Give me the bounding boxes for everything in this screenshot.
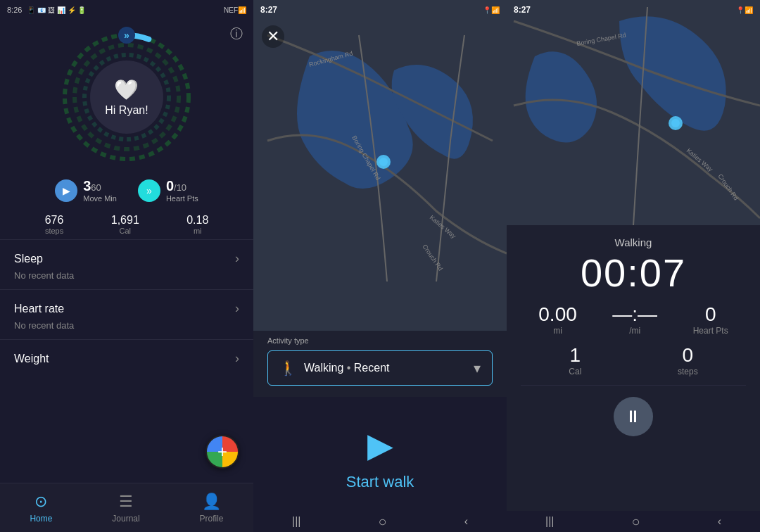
- time-2: 8:27: [260, 5, 277, 15]
- nav-home[interactable]: ⊙ Home: [30, 493, 52, 524]
- close-button[interactable]: ✕: [262, 25, 284, 48]
- back-btn-3[interactable]: |||: [545, 515, 554, 528]
- map-area-3: Boring Chapel Rd Katies Way Crouch Rd: [507, 0, 760, 225]
- status-bar-1: 8:26 📱 📧 🖼 📊 ⚡ 🔋 NEF📶: [0, 0, 253, 20]
- fab-button[interactable]: +: [205, 435, 239, 469]
- back-btn-2[interactable]: |||: [292, 515, 300, 528]
- home-btn-2[interactable]: ○: [379, 514, 387, 530]
- screen2-map: 8:27 📍📶 Rockingham Rd Boring Chapel Rd K…: [253, 0, 507, 532]
- cal-label-metric: Cal: [569, 367, 581, 376]
- steps-value: 676: [45, 214, 64, 227]
- nav-journal[interactable]: ☰ Journal: [112, 493, 139, 524]
- nav-profile[interactable]: 👤 Profile: [200, 493, 224, 524]
- nav-bar-2: ||| ○ ‹: [253, 511, 507, 532]
- steps-value-metric: 0: [683, 344, 694, 367]
- heart-pts-values: 0/10 Heart Pts: [166, 178, 198, 203]
- fab-plus-icon: +: [217, 442, 227, 462]
- time-3: 8:27: [514, 5, 531, 15]
- status-right-1: NEF📶: [224, 6, 246, 14]
- heart-rate-subtitle: No recent data: [0, 319, 253, 339]
- heart-pts-icon: »: [138, 179, 160, 202]
- dropdown-arrow-icon: ▾: [474, 360, 481, 376]
- activity-type-label: Activity type: [267, 336, 309, 345]
- cal-value: 1,691: [111, 214, 139, 227]
- workout-metrics-row2: 1 Cal 0 steps: [521, 344, 746, 386]
- profile-icon: 👤: [202, 493, 221, 511]
- mi-stat: 0.18 mi: [186, 214, 208, 235]
- weight-section[interactable]: Weight ›: [0, 339, 253, 369]
- cal-metric: 1 Cal: [569, 344, 581, 376]
- journal-icon: ☰: [119, 493, 133, 511]
- home-label: Home: [30, 514, 52, 524]
- cal-label: Cal: [120, 227, 132, 235]
- info-button[interactable]: ⓘ: [230, 25, 243, 42]
- time-1: 8:26: [7, 6, 22, 14]
- move-min-label: Move Min: [83, 194, 117, 203]
- heart-rate-section[interactable]: Heart rate ›: [0, 289, 253, 319]
- pause-icon: ⏸: [625, 407, 642, 426]
- recent-btn-2[interactable]: ‹: [464, 515, 468, 528]
- home-icon: ⊙: [34, 493, 47, 511]
- sleep-chevron: ›: [235, 251, 239, 266]
- screen3-workout: 8:27 📍📶 Boring Chapel Rd Katies Way Crou…: [507, 0, 760, 532]
- move-min-total: 60: [91, 182, 101, 193]
- start-section: ▶ Start walk: [253, 397, 507, 519]
- mini-stats: 676 steps 1,691 Cal 0.18 mi: [0, 210, 253, 239]
- home-btn-3[interactable]: ○: [632, 514, 640, 530]
- profile-label: Profile: [200, 514, 224, 524]
- steps-metric: 0 steps: [678, 344, 698, 376]
- heart-pts-metric: 0 Heart Pts: [693, 303, 728, 336]
- heart-rate-title: Heart rate: [14, 303, 64, 315]
- move-min-stat: ▶ 360 Move Min: [55, 178, 117, 203]
- heart-pts-label: Heart Pts: [693, 326, 728, 336]
- heart-pts-label: Heart Pts: [166, 194, 198, 203]
- heart-pts-value: 0: [705, 303, 716, 326]
- heart-icon-ring: 🤍: [114, 78, 139, 101]
- distance-metric: 0.00 mi: [538, 303, 577, 336]
- svg-point-20: [671, 119, 680, 127]
- activity-ring: » 🤍 Hi Ryan!: [56, 27, 197, 167]
- play-button[interactable]: ▶: [367, 425, 393, 464]
- distance-value: 0.00: [538, 303, 577, 326]
- map-svg-2: Rockingham Rd Boring Chapel Rd Katies Wa…: [253, 0, 507, 331]
- ring-section: » 🤍 Hi Ryan! ⓘ: [0, 20, 253, 171]
- heart-rate-chevron: ›: [235, 301, 239, 316]
- pace-metric: —:— /mi: [612, 303, 657, 336]
- weight-chevron: ›: [235, 351, 239, 366]
- map-area-2: Rockingham Rd Boring Chapel Rd Katies Wa…: [253, 0, 507, 331]
- sleep-subtitle: No recent data: [0, 269, 253, 289]
- heart-pts-stat: » 0/10 Heart Pts: [138, 178, 198, 203]
- journal-label: Journal: [112, 514, 139, 524]
- workout-metrics-row1: 0.00 mi —:— /mi 0 Heart Pts: [521, 303, 746, 336]
- status-time-1: 8:26 📱 📧 🖼 📊 ⚡ 🔋: [7, 6, 86, 14]
- walking-icon: 🚶: [279, 360, 297, 376]
- status-bar-3: 8:27 📍📶: [507, 0, 760, 20]
- activity-dropdown[interactable]: 🚶 Walking • Recent ▾: [267, 350, 493, 386]
- weight-title: Weight: [14, 353, 49, 365]
- workout-type-label: Walking: [521, 236, 746, 248]
- bottom-nav: ⊙ Home ☰ Journal 👤 Profile: [0, 483, 253, 532]
- sleep-title: Sleep: [14, 253, 43, 265]
- move-min-current: 3: [83, 178, 91, 194]
- activity-name: Walking • Recent: [304, 362, 390, 374]
- mi-label: mi: [194, 227, 202, 235]
- pause-button[interactable]: ⏸: [614, 397, 653, 436]
- greeting-text: Hi Ryan!: [105, 104, 148, 117]
- status-bar-2: 8:27 📍📶: [253, 0, 507, 20]
- heart-pts-total: /10: [174, 182, 186, 193]
- svg-point-14: [379, 158, 388, 166]
- screen1-home: 8:26 📱 📧 🖼 📊 ⚡ 🔋 NEF📶 »: [0, 0, 253, 532]
- activity-panel: Activity type 🚶 Walking • Recent ▾: [253, 331, 507, 397]
- pace-label: /mi: [629, 326, 640, 336]
- activity-left: 🚶 Walking • Recent: [279, 360, 390, 376]
- recent-btn-3[interactable]: ‹: [718, 515, 721, 528]
- status-icons-2: 📍📶: [483, 6, 500, 14]
- fab-multicolor: +: [207, 436, 238, 467]
- map-svg-3: Boring Chapel Rd Katies Way Crouch Rd: [507, 0, 760, 225]
- move-min-icon: ▶: [55, 179, 77, 202]
- status-icons-1: 📱 📧 🖼 📊 ⚡ 🔋: [27, 6, 86, 14]
- mi-value: 0.18: [186, 214, 208, 227]
- steps-label-metric: steps: [678, 367, 698, 376]
- sleep-section[interactable]: Sleep ›: [0, 239, 253, 269]
- distance-label: mi: [553, 326, 562, 336]
